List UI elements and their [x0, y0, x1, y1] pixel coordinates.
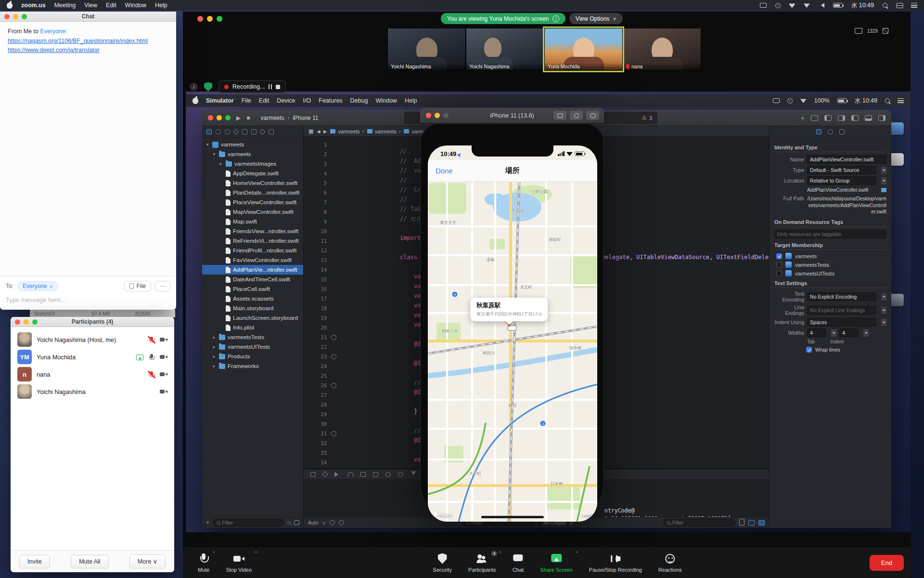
file-tree-row[interactable]: ReFriendsVi...ntroller.swift [202, 236, 303, 246]
caret-up-icon[interactable]: ^ [576, 551, 578, 555]
toolbar-button[interactable]: ^ Share Screen [532, 547, 581, 578]
notification-center-icon[interactable] [911, 3, 917, 8]
hide-debug-area-icon[interactable] [310, 472, 316, 477]
indent-width-stepper[interactable]: 4 [839, 328, 859, 337]
ib-connector-icon[interactable] [330, 383, 337, 388]
participants-action-button[interactable]: More ∨ [129, 554, 166, 568]
shared-menu-item[interactable]: File [242, 97, 251, 104]
add-button[interactable]: + [801, 114, 805, 122]
chat-messages[interactable]: From Me to Everyone: https://nagasm.org/… [0, 22, 176, 276]
folder-icon[interactable] [881, 188, 886, 192]
minimize-button[interactable] [217, 115, 222, 120]
toggle-debug-area-icon[interactable] [865, 115, 872, 121]
spotlight-icon[interactable] [885, 98, 890, 103]
related-items-icon[interactable]: ▦ [308, 128, 313, 134]
file-tree-row[interactable]: ▸ Products [202, 352, 303, 361]
breadcrumb-item[interactable]: varmeets › [367, 129, 401, 134]
toolbar-button[interactable]: ^ 4 Participants [460, 547, 504, 578]
shared-menu-item[interactable]: Window [375, 97, 397, 104]
toolbar-button[interactable]: ^ Stop Video [218, 547, 260, 578]
text-encoding-dropdown[interactable]: No Explicit Encoding [807, 292, 876, 301]
spotlight-icon[interactable] [883, 3, 887, 8]
caret-up-icon[interactable]: ^ [213, 551, 215, 555]
zoom-button[interactable] [443, 113, 449, 118]
version-editor-icon[interactable] [838, 115, 845, 121]
wifi-icon[interactable] [800, 98, 807, 103]
file-tree-row[interactable]: LaunchScreen.storyboard [202, 313, 303, 323]
close-button[interactable] [197, 16, 203, 22]
toggle-variables-view-icon[interactable] [748, 520, 755, 525]
line-endings-dropdown[interactable]: No Explicit Line Endings [807, 306, 876, 315]
run-button[interactable]: ▶ [236, 115, 241, 121]
indent-using-dropdown[interactable]: Spaces [807, 318, 876, 327]
file-tree-row[interactable]: ▸ Frameworks [202, 361, 303, 371]
shared-menu-item[interactable]: Help [405, 97, 417, 104]
simulator-titlebar[interactable]: iPhone 11 (13.6) [420, 108, 604, 123]
breadcrumb-item[interactable]: varmeets › [330, 129, 364, 134]
debug-navigator-icon[interactable] [251, 129, 257, 134]
menubar-menu-item[interactable]: View [84, 2, 97, 9]
warning-count[interactable]: 3 [649, 115, 652, 121]
minimize-video-icon[interactable] [855, 28, 862, 34]
battery-icon[interactable] [837, 98, 847, 103]
caret-up-icon[interactable]: ^ [499, 551, 501, 555]
test-navigator-icon[interactable] [242, 129, 247, 134]
participants-action-button[interactable]: Invite [19, 555, 50, 568]
issue-navigator-icon[interactable] [233, 129, 239, 135]
menubar-menu-item[interactable]: Help [155, 2, 167, 9]
end-meeting-button[interactable]: End [870, 555, 904, 571]
volume-icon[interactable] [819, 3, 824, 8]
disclosure-triangle-icon[interactable]: ▸ [212, 335, 217, 340]
toolbar-button[interactable]: Security [424, 547, 460, 578]
banner-info-icon[interactable]: i [552, 15, 559, 22]
odr-tags-field[interactable]: Only resources are taggable [774, 230, 886, 238]
close-button[interactable] [208, 115, 213, 120]
step-into-icon[interactable] [360, 472, 366, 477]
zoom-button[interactable] [22, 14, 27, 19]
heart-icon[interactable] [789, 3, 795, 8]
target-checkbox[interactable] [776, 253, 782, 259]
home-button[interactable] [570, 111, 583, 120]
toggle-inspector-icon[interactable] [878, 115, 886, 121]
minimize-button[interactable] [13, 14, 18, 19]
odr-section-header[interactable]: On Demand Resource Tags [774, 219, 886, 227]
control-center-icon[interactable] [896, 3, 902, 8]
close-button[interactable] [15, 319, 20, 325]
warning-icon[interactable]: ⚠ [642, 115, 647, 121]
target-checkbox[interactable] [776, 262, 782, 268]
identity-section-header[interactable]: Identity and Type [774, 144, 886, 152]
more-options-button[interactable]: ⋯ [155, 281, 170, 291]
file-tree-row[interactable]: PlaceCell.swift [202, 284, 303, 294]
zoom-button[interactable] [225, 115, 231, 120]
zoom-button[interactable] [217, 16, 222, 22]
scm-filter-icon[interactable] [294, 520, 299, 525]
file-tree-row[interactable]: FriendProfil...ntroller.swift [202, 246, 303, 255]
quick-help-icon[interactable] [839, 129, 845, 134]
participant-row[interactable]: Yoichi Nagashima (Host, me) [11, 331, 174, 348]
file-tree-row[interactable]: ▸ varmeetsTests [202, 332, 303, 342]
toggle-console-view-icon[interactable] [758, 520, 765, 525]
name-field[interactable]: AddPlanViewController.swift [807, 155, 886, 164]
shared-menu-item[interactable]: Features [319, 97, 342, 104]
step-out-icon[interactable] [373, 472, 378, 477]
close-button[interactable] [426, 113, 431, 118]
toolbar-button[interactable]: Chat [504, 547, 532, 578]
scheme-selector[interactable]: varmeets › iPhone 11 [260, 115, 318, 121]
assistant-editor-icon[interactable] [824, 115, 832, 121]
apple-menu-icon[interactable] [7, 2, 13, 9]
shared-menu-item[interactable]: Edit [259, 97, 270, 104]
participant-row[interactable]: n nana [11, 366, 174, 383]
standard-editor-icon[interactable] [811, 115, 818, 121]
file-tree-row[interactable]: ▾ varmeets [202, 149, 303, 159]
wifi-icon[interactable] [804, 3, 810, 8]
stepper-icon[interactable] [881, 319, 886, 326]
file-tree-row[interactable]: Map.swift [202, 217, 303, 226]
zoom-button[interactable] [32, 319, 38, 325]
clear-console-icon[interactable] [739, 520, 744, 525]
minimize-button[interactable] [207, 16, 213, 22]
stepper-icon[interactable] [881, 177, 886, 184]
shared-menu-item[interactable]: I/O [303, 97, 311, 104]
video-tile[interactable]: Yoichi Nagashima [387, 28, 466, 71]
fullscreen-icon[interactable] [883, 28, 888, 34]
memory-graph-icon[interactable] [398, 472, 403, 477]
